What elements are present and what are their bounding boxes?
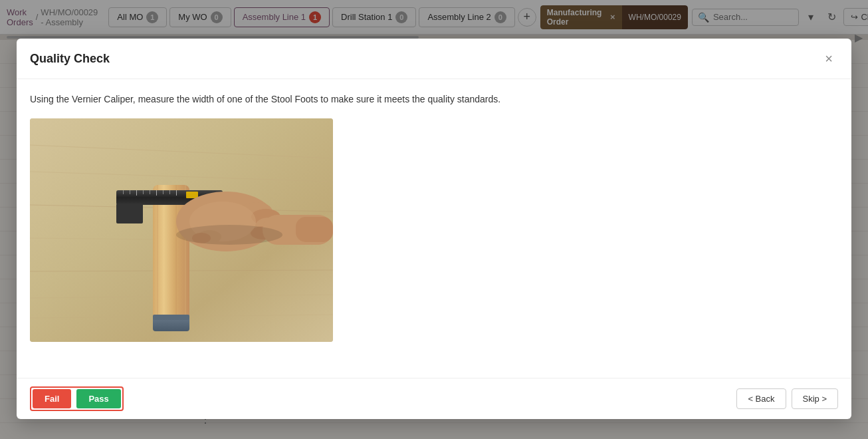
svg-rect-24 — [156, 190, 157, 196]
modal-body: Using the Vernier Caliper, measure the w… — [17, 79, 851, 378]
svg-rect-23 — [150, 190, 150, 194]
modal-header: Quality Check × — [17, 39, 851, 79]
svg-rect-22 — [143, 190, 144, 194]
skip-button[interactable]: Skip > — [792, 388, 839, 409]
svg-rect-21 — [136, 190, 137, 196]
quality-check-modal: Quality Check × Using the Vernier Calipe… — [17, 39, 851, 419]
svg-rect-35 — [296, 217, 333, 242]
svg-rect-20 — [130, 190, 130, 194]
svg-rect-19 — [123, 190, 124, 194]
modal-title: Quality Check — [30, 52, 110, 66]
modal-close-button[interactable]: × — [819, 49, 838, 68]
svg-point-38 — [176, 225, 282, 245]
svg-rect-25 — [163, 190, 163, 194]
svg-rect-26 — [169, 190, 170, 194]
svg-rect-18 — [186, 192, 198, 198]
fail-pass-group: Fail Pass — [30, 386, 124, 411]
pass-button[interactable]: Pass — [76, 389, 120, 408]
modal-description: Using the Vernier Caliper, measure the w… — [30, 92, 838, 106]
modal-footer: Fail Pass < Back Skip > — [17, 378, 851, 419]
svg-rect-27 — [176, 190, 177, 196]
fail-button[interactable]: Fail — [33, 389, 71, 408]
back-button[interactable]: < Back — [736, 388, 786, 409]
svg-rect-14 — [153, 315, 189, 320]
navigation-buttons: < Back Skip > — [736, 388, 838, 409]
quality-check-image — [30, 118, 333, 342]
caliper-hammer-svg — [30, 118, 333, 342]
svg-rect-16 — [116, 204, 143, 223]
